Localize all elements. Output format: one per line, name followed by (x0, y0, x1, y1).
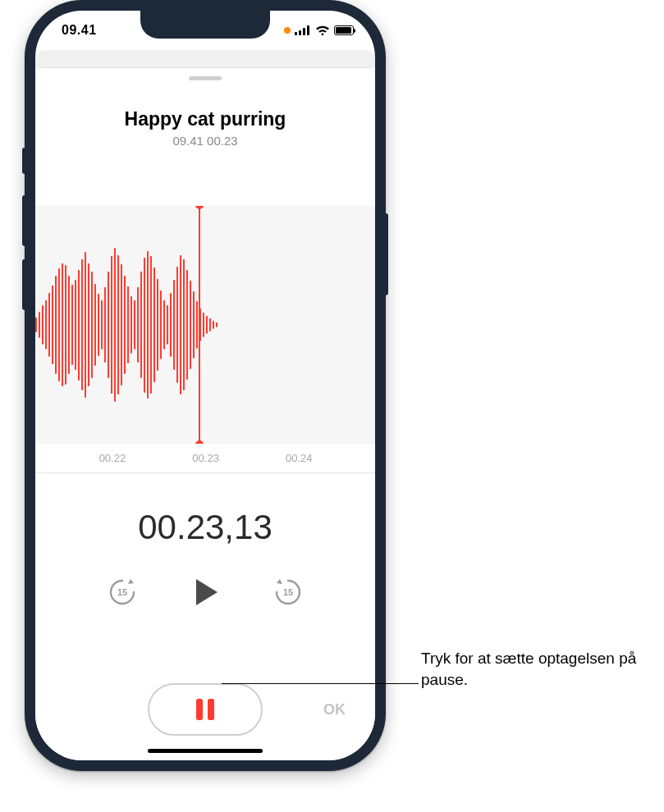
home-indicator[interactable] (148, 749, 263, 753)
svg-text:15: 15 (283, 587, 293, 597)
notch (140, 11, 270, 39)
forward-15-icon[interactable]: 15 (272, 576, 305, 609)
transport-controls: 15 15 (35, 575, 375, 609)
silence-switch (22, 148, 25, 174)
play-icon[interactable] (188, 575, 222, 609)
power-button (386, 213, 388, 295)
svg-rect-1 (299, 30, 301, 35)
recording-indicator-dot (284, 27, 291, 34)
volume-down (22, 259, 25, 310)
svg-rect-3 (307, 25, 309, 35)
callout-line (222, 683, 419, 684)
sheet-grabber[interactable] (189, 76, 222, 80)
elapsed-time: 00.23,13 (35, 508, 375, 547)
pause-icon (196, 699, 214, 720)
phone-frame: 09.41 (25, 0, 386, 771)
screen: 09.41 (35, 11, 375, 760)
wifi-icon (315, 25, 330, 36)
svg-rect-2 (303, 28, 305, 35)
status-time: 09.41 (62, 23, 97, 38)
svg-text:15: 15 (117, 587, 127, 597)
pause-record-button[interactable] (148, 683, 263, 736)
recording-sheet: Happy cat purring 09.41 00.23 21 00.22 (35, 68, 375, 760)
recording-subtitle: 09.41 00.23 (35, 134, 375, 148)
callout-text: Tryk for at sætte optagelsen på pause. (421, 648, 664, 690)
timeline-ruler: 21 00.22 00.23 00.24 0 (35, 444, 375, 473)
cellular-icon (295, 25, 311, 35)
waveform-area[interactable]: 21 00.22 00.23 00.24 0 00.23,13 15 (35, 206, 375, 609)
svg-rect-7 (208, 699, 214, 720)
back-15-icon[interactable]: 15 (106, 576, 139, 609)
svg-rect-0 (295, 32, 297, 35)
background-sheet (35, 50, 375, 68)
recording-title[interactable]: Happy cat purring (35, 108, 375, 130)
ok-button[interactable]: OK (323, 701, 346, 718)
volume-up (22, 195, 25, 246)
svg-rect-6 (196, 699, 203, 720)
battery-icon (334, 25, 354, 35)
